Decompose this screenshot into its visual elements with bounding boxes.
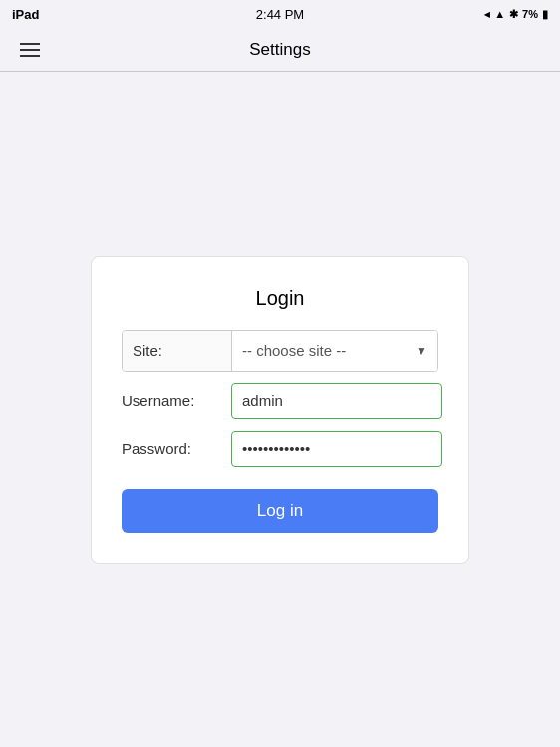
hamburger-line-2: [20, 49, 40, 51]
site-row: Site: -- choose site -- ▼: [122, 330, 438, 372]
site-select[interactable]: -- choose site --: [232, 331, 437, 371]
login-button[interactable]: Log in: [122, 489, 438, 533]
username-input[interactable]: [231, 383, 442, 419]
hamburger-line-3: [20, 55, 40, 57]
status-bar: iPad 2:44 PM ◂ ▲ ✱ 7% ▮: [0, 0, 560, 28]
bluetooth-icon: ✱: [509, 8, 518, 21]
gps-icon: ▲: [494, 8, 505, 20]
nav-bar: Settings: [0, 28, 560, 72]
site-label: Site:: [123, 331, 232, 371]
nav-title: Settings: [249, 40, 310, 60]
username-label: Username:: [122, 392, 231, 409]
password-row: Password:: [122, 431, 438, 467]
username-row: Username:: [122, 383, 438, 419]
status-icons: ◂ ▲ ✱ 7% ▮: [484, 8, 548, 21]
login-card: Login Site: -- choose site -- ▼ Username…: [91, 256, 469, 564]
password-input[interactable]: [231, 431, 442, 467]
site-select-wrapper: -- choose site -- ▼: [232, 331, 437, 371]
password-label: Password:: [122, 440, 231, 457]
current-time: 2:44 PM: [256, 7, 304, 22]
device-name: iPad: [12, 7, 39, 22]
main-content: Login Site: -- choose site -- ▼ Username…: [0, 72, 560, 747]
hamburger-menu-button[interactable]: [16, 39, 44, 61]
hamburger-line-1: [20, 43, 40, 45]
location-icon: ◂: [484, 8, 490, 21]
battery-icon: ▮: [542, 8, 548, 21]
battery-level: 7%: [522, 8, 538, 20]
login-title: Login: [122, 287, 438, 310]
